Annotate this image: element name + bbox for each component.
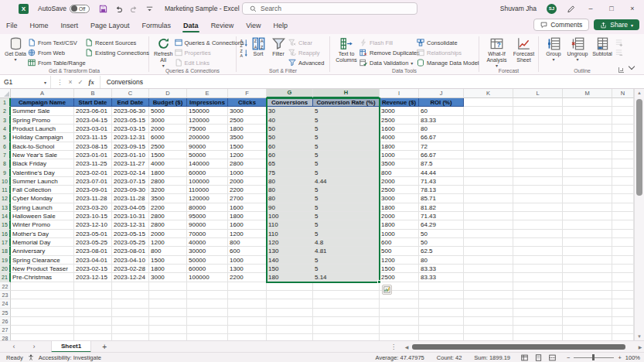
cell-G15[interactable]: 110	[267, 220, 313, 229]
cell-J6[interactable]: 72	[419, 142, 464, 151]
cell-C9[interactable]: 2023-02-14	[112, 169, 149, 177]
row-header-26[interactable]: 26	[0, 317, 11, 326]
column-header-N[interactable]: N	[612, 89, 634, 98]
cell-M15[interactable]	[563, 220, 612, 229]
cell-N23[interactable]	[612, 291, 634, 299]
cell-B20[interactable]: 2023-02-15	[74, 265, 112, 273]
cell-G25[interactable]	[267, 309, 313, 317]
cell-F15[interactable]: 1600	[228, 220, 267, 229]
tab-home[interactable]: Home	[24, 19, 55, 32]
from-web-button[interactable]: From Web	[28, 48, 85, 57]
cell-E1[interactable]: Impressions	[187, 98, 228, 107]
cell-A13[interactable]: Spring Launch	[11, 203, 74, 212]
cell-E10[interactable]: 100000	[187, 177, 228, 186]
cell-F17[interactable]: 800	[228, 238, 267, 247]
cell-H26[interactable]	[313, 317, 380, 326]
cell-M4[interactable]	[563, 125, 612, 133]
cell-J14[interactable]: 71.43	[419, 212, 464, 220]
cell-B7[interactable]: 2023-01-01	[74, 151, 112, 159]
scroll-left-icon[interactable]: ◀	[403, 344, 411, 350]
cell-I2[interactable]: 3000	[380, 107, 419, 115]
cell-M23[interactable]	[563, 291, 612, 299]
cell-N3[interactable]	[612, 116, 634, 125]
row-header-12[interactable]: 12	[0, 194, 11, 203]
cell-B17[interactable]: 2023-05-25	[74, 238, 112, 247]
cell-H28[interactable]	[313, 334, 380, 340]
cell-F1[interactable]: Clicks	[228, 98, 267, 107]
cell-N15[interactable]	[612, 220, 634, 229]
cell-D24[interactable]	[149, 299, 187, 308]
cell-J22[interactable]	[419, 282, 464, 291]
insert-function-icon[interactable]: fx	[89, 78, 94, 86]
cell-D1[interactable]: Budget ($)	[149, 98, 187, 107]
cell-G21[interactable]: 180	[267, 273, 313, 282]
cell-C3[interactable]: 2023-05-15	[112, 116, 149, 125]
cell-N21[interactable]	[612, 273, 634, 282]
cell-A20[interactable]: New Product Teaser	[11, 265, 74, 273]
row-header-2[interactable]: 2	[0, 107, 11, 115]
cell-K10[interactable]	[464, 177, 513, 186]
cell-G7[interactable]: 60	[267, 151, 313, 159]
cell-E2[interactable]: 150000	[187, 107, 228, 115]
cell-N16[interactable]	[612, 230, 634, 238]
cell-G23[interactable]	[267, 291, 313, 299]
page-layout-view-icon[interactable]	[535, 354, 542, 361]
cell-M8[interactable]	[563, 159, 612, 168]
cell-B18[interactable]: 2023-08-01	[74, 247, 112, 255]
cell-J10[interactable]: 71.43	[419, 177, 464, 186]
cell-J13[interactable]: 81.82	[419, 203, 464, 212]
cell-D8[interactable]: 4000	[149, 159, 187, 168]
cell-E4[interactable]: 75000	[187, 125, 228, 133]
cell-K11[interactable]	[464, 186, 513, 194]
sort-ascending-icon[interactable]: AZ	[240, 39, 248, 47]
cell-I25[interactable]	[380, 309, 419, 317]
cell-E11[interactable]: 110000	[187, 186, 228, 194]
group-button[interactable]: Group▾	[542, 36, 565, 63]
column-header-K[interactable]: K	[464, 89, 513, 98]
row-header-18[interactable]: 18	[0, 247, 11, 255]
scroll-up-icon[interactable]: ▲	[635, 90, 644, 95]
column-header-F[interactable]: F	[228, 89, 267, 98]
cell-H8[interactable]: 5	[313, 159, 380, 168]
zoom-slider-thumb[interactable]	[592, 354, 595, 360]
cell-I26[interactable]	[380, 317, 419, 326]
cell-F4[interactable]: 1800	[228, 125, 267, 133]
formula-input[interactable]: Conversions	[101, 78, 143, 86]
row-header-6[interactable]: 6	[0, 142, 11, 151]
cell-D26[interactable]	[149, 317, 187, 326]
cell-L12[interactable]	[513, 194, 563, 203]
row-header-21[interactable]: 21	[0, 273, 11, 282]
cell-M21[interactable]	[563, 273, 612, 282]
cell-B23[interactable]	[74, 291, 112, 299]
from-table-range-button[interactable]: From Table/Range	[28, 58, 85, 67]
cell-H16[interactable]: 5	[313, 230, 380, 238]
cell-D6[interactable]: 2500	[149, 142, 187, 151]
cell-N4[interactable]	[612, 125, 634, 133]
from-text-csv-button[interactable]: From Text/CSV	[28, 38, 85, 47]
cell-C10[interactable]: 2023-07-15	[112, 177, 149, 186]
row-header-10[interactable]: 10	[0, 177, 11, 186]
cell-J3[interactable]: 83.33	[419, 116, 464, 125]
cell-G10[interactable]: 80	[267, 177, 313, 186]
data-validation-button[interactable]: Data Validation▾	[359, 58, 417, 67]
cell-B26[interactable]	[74, 317, 112, 326]
cell-I15[interactable]: 1800	[380, 220, 419, 229]
cell-J16[interactable]: 50	[419, 230, 464, 238]
cell-J18[interactable]: 62.5	[419, 247, 464, 255]
cell-E14[interactable]: 95000	[187, 212, 228, 220]
cell-G8[interactable]: 65	[267, 159, 313, 168]
cell-D9[interactable]: 1800	[149, 169, 187, 177]
cell-C28[interactable]	[112, 334, 149, 340]
tab-review[interactable]: Review	[205, 19, 240, 32]
cell-K6[interactable]	[464, 142, 513, 151]
get-data-button[interactable]: Get Data▾	[3, 36, 28, 63]
cell-C14[interactable]: 2023-10-31	[112, 212, 149, 220]
share-button[interactable]: Share ▾	[594, 19, 639, 30]
cell-C7[interactable]: 2023-01-10	[112, 151, 149, 159]
tab-view[interactable]: View	[240, 19, 267, 32]
cell-M7[interactable]	[563, 151, 612, 159]
cell-E3[interactable]: 120000	[187, 116, 228, 125]
cell-D17[interactable]: 1200	[149, 238, 187, 247]
cell-J12[interactable]: 85.71	[419, 194, 464, 203]
cell-M16[interactable]	[563, 230, 612, 238]
